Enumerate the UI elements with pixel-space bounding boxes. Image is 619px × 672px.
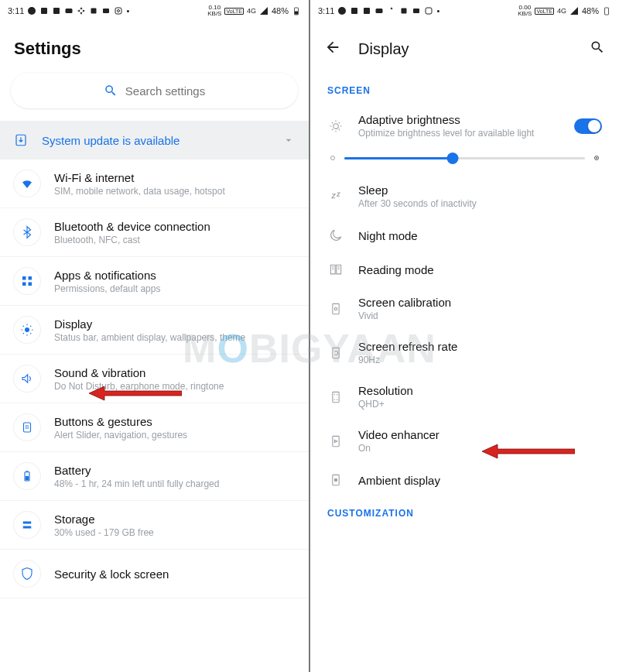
page-title: Settings [0,22,309,73]
svg-rect-12 [29,276,32,280]
volte-badge: VoLTE [224,8,244,15]
back-button[interactable] [324,39,341,59]
svg-rect-13 [22,283,26,286]
display-item-refresh-rate[interactable]: Screen refresh rate90Hz [310,331,619,375]
svg-rect-14 [29,283,32,286]
svg-point-0 [28,7,36,15]
svg-rect-21 [23,522,32,524]
resolution-icon [327,389,344,405]
settings-item-security[interactable]: Security & lock screen [0,550,309,598]
sleep-icon [327,189,344,204]
video-icon [327,434,344,449]
svg-rect-22 [23,526,32,529]
youtube-icon [374,6,384,15]
settings-item-bluetooth[interactable]: Bluetooth & device connectionBluetooth, … [0,208,309,257]
settings-item-wifi[interactable]: Wi-Fi & internetSIM, mobile network, dat… [0,159,309,208]
svg-rect-11 [22,276,26,280]
svg-rect-5 [103,9,109,13]
data-rate: 0.10KB/S [207,5,221,17]
battery-percent: 48% [272,6,289,15]
security-icon [20,567,34,581]
settings-item-display[interactable]: DisplayStatus bar, ambient display, wall… [0,306,309,355]
arrow-annotation-display [89,383,182,403]
svg-point-15 [25,327,29,332]
search-placeholder: Search settings [125,84,205,98]
display-item-adaptive-brightness[interactable]: Adaptive brightnessOptimize brightness l… [310,104,619,148]
brightness-icon [20,323,34,337]
svg-text:B: B [26,424,29,430]
settings-pane: 3:11 • 0.10KB/S VoLTE 4G 48% Settings Se… [0,0,310,672]
svg-rect-9 [295,12,298,15]
status-bar: 3:11 • 0.10KB/S VoLTE 4G 48% [0,0,309,22]
moon-icon [327,228,344,243]
instagram-icon [424,6,433,15]
settings-item-apps[interactable]: Apps & notificationsPermissions, default… [0,257,309,306]
svg-rect-35 [333,392,339,402]
arrow-annotation-refresh-rate [482,441,575,461]
svg-rect-20 [26,471,29,472]
display-item-night-mode[interactable]: Night mode [310,218,619,252]
system-update-banner[interactable]: System update is available [0,121,309,159]
network-4g: 4G [247,7,256,15]
bluetooth-icon [20,225,34,239]
display-item-sleep[interactable]: SleepAfter 30 seconds of inactivity [310,174,619,218]
network-icon [77,6,86,15]
svg-rect-24 [351,8,357,14]
adaptive-brightness-toggle[interactable] [574,118,602,134]
battery-percent: 48% [582,6,599,15]
svg-point-31 [333,123,339,129]
youtube-icon [64,6,74,15]
battery-menu-icon [20,469,34,483]
settings-list: Wi-Fi & internetSIM, mobile network, dat… [0,159,309,672]
svg-point-7 [118,10,120,12]
data-rate: 0.00KB/S [518,5,532,17]
svg-rect-4 [91,9,97,14]
section-screen: SCREEN [310,73,619,104]
facebook-icon-2 [362,6,371,15]
battery-icon [292,6,301,15]
status-time: 3:11 [318,6,334,15]
calibration-icon [327,301,344,317]
ambient-icon [327,472,344,488]
signal-icon [569,6,579,15]
svg-rect-36 [333,436,339,446]
network-icon [387,6,396,15]
app-icon [399,6,409,15]
slider-thumb[interactable] [446,153,458,164]
svg-rect-25 [364,8,370,14]
svg-point-23 [338,7,346,15]
settings-item-battery[interactable]: Battery48% - 1 hr, 24 min left until ful… [0,452,309,501]
display-item-screen-calibration[interactable]: Screen calibrationVivid [310,286,619,331]
search-input[interactable]: Search settings [11,73,298,108]
display-item-resolution[interactable]: ResolutionQHD+ [310,375,619,419]
brightness-slider[interactable] [310,148,619,174]
svg-rect-27 [402,9,407,14]
display-pane: 3:11 • 0.00KB/S VoLTE 4G 48% Display SCR… [310,0,619,672]
system-update-label: System update is available [42,134,268,147]
search-button[interactable] [590,39,605,58]
svg-rect-29 [426,8,432,14]
sound-icon [20,372,34,386]
svg-rect-3 [66,9,73,13]
svg-rect-30 [605,8,609,15]
msg-icon [412,6,421,15]
display-item-ambient-display[interactable]: Ambient display [310,463,619,497]
app-icon [89,6,98,15]
status-time: 3:11 [8,6,24,15]
dot-icon: • [436,6,439,15]
display-item-reading-mode[interactable]: Reading mode [310,252,619,286]
facebook-icon [39,6,49,15]
svg-rect-1 [41,8,47,14]
refresh-rate-icon [327,345,344,361]
svg-rect-26 [376,9,383,13]
search-icon [104,84,118,98]
svg-rect-32 [333,303,339,314]
apps-icon [20,274,34,288]
settings-item-buttons[interactable]: B Buttons & gesturesAlert Slider, naviga… [0,403,309,452]
svg-rect-28 [413,9,419,13]
instagram-icon [114,6,123,15]
settings-item-storage[interactable]: Storage30% used - 179 GB free [0,501,309,550]
svg-point-38 [334,478,337,481]
status-bar-right: 3:11 • 0.00KB/S VoLTE 4G 48% [310,0,619,22]
book-icon [327,262,344,277]
